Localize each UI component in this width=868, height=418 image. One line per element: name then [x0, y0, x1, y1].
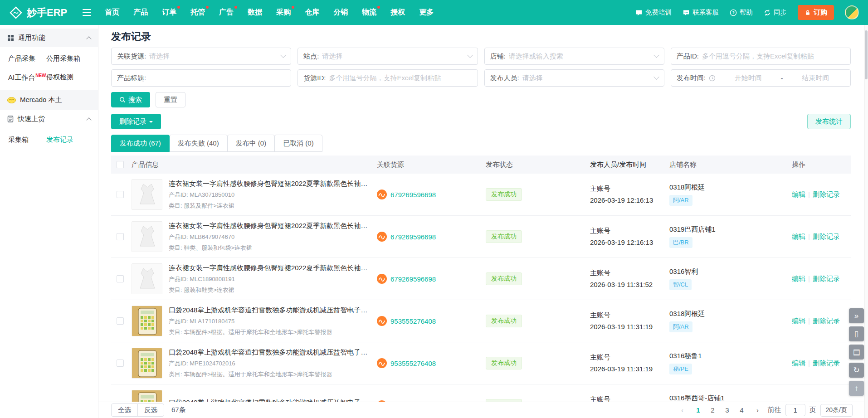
- page-scrollbar[interactable]: [864, 25, 868, 418]
- product-title[interactable]: 口袋2048掌上游戏机华容道扫雷数独多功能游戏机减压益智电子玩具: [169, 348, 372, 357]
- source-platform-icon: [377, 274, 387, 284]
- end-time-placeholder[interactable]: 结束时间: [786, 74, 845, 83]
- row-checkbox[interactable]: [117, 317, 124, 325]
- nav-item-data[interactable]: 数据: [248, 8, 262, 17]
- source-id-link[interactable]: 679269596698: [390, 275, 436, 283]
- filter-product-title-input[interactable]: 产品标题:: [111, 69, 291, 87]
- edit-link[interactable]: 编辑: [792, 190, 805, 198]
- nav-item-authorization[interactable]: 授权: [390, 8, 405, 17]
- select-all-button[interactable]: 全选: [111, 403, 138, 417]
- select-all-checkbox[interactable]: [117, 161, 124, 168]
- sidebar-group-quick-publish[interactable]: 快速上货: [0, 110, 98, 128]
- start-time-placeholder[interactable]: 开始时间: [719, 74, 778, 83]
- delete-record-link[interactable]: 删除记录: [813, 233, 840, 240]
- contact-support-button[interactable]: 联系客服: [683, 8, 719, 17]
- sidebar-item-product-collect[interactable]: 产品采集: [8, 54, 46, 63]
- filter-product-id-input[interactable]: 产品ID: 多个用逗号分隔，支持Excel复制粘贴: [671, 48, 851, 65]
- nav-item-logistics[interactable]: 物流: [362, 8, 376, 17]
- sidebar-item-mercado-local[interactable]: Mercado 本土: [0, 90, 98, 110]
- menu-toggle-icon[interactable]: [83, 9, 91, 16]
- sidebar-item-collect-box[interactable]: 采集箱: [8, 136, 46, 144]
- product-title[interactable]: 连衣裙女装一字肩性感收腰修身包臀短裙2022夏季新款黑色长袖裙子: [169, 180, 372, 188]
- free-training-button[interactable]: 免费培训: [635, 8, 672, 17]
- product-title[interactable]: 连衣裙女装一字肩性感收腰修身包臀短裙2022夏季新款黑色长袖裙子: [169, 222, 372, 230]
- next-page-button[interactable]: ›: [752, 404, 764, 416]
- data-panel-button[interactable]: ▤: [849, 345, 864, 360]
- help-button[interactable]: ? 帮助: [730, 8, 753, 17]
- sync-button[interactable]: 同步: [764, 8, 787, 17]
- page-button-2[interactable]: 2: [707, 404, 719, 416]
- product-thumbnail[interactable]: [132, 306, 162, 336]
- page-button-3[interactable]: 3: [722, 404, 733, 416]
- product-thumbnail[interactable]: [132, 348, 162, 379]
- nav-item-more[interactable]: 更多: [419, 8, 434, 17]
- goto-page-input[interactable]: [785, 404, 805, 416]
- table-row: 口袋2048掌上游戏机华容道扫雷数独多功能游戏机减压益智电子玩具 9535552…: [111, 384, 851, 402]
- source-id-link[interactable]: 679269596698: [390, 233, 436, 241]
- nav-item-hosting[interactable]: 托管: [190, 8, 205, 17]
- app-logo[interactable]: 妙手ERP: [9, 6, 67, 19]
- source-id-link[interactable]: 953555276408: [390, 317, 436, 325]
- nav-item-order[interactable]: 订单: [162, 8, 176, 17]
- product-thumbnail[interactable]: [132, 179, 162, 210]
- product-title[interactable]: 连衣裙女装一字肩性感收腰修身包臀短裙2022夏季新款黑色长袖裙子: [169, 264, 372, 272]
- delete-record-link[interactable]: 删除记录: [813, 359, 840, 367]
- edit-link[interactable]: 编辑: [792, 233, 805, 240]
- product-thumbnail[interactable]: [132, 390, 162, 402]
- mobile-view-button[interactable]: ▯: [849, 326, 864, 341]
- publish-stats-button[interactable]: 发布统计: [807, 114, 851, 129]
- sidebar-item-ai-workbench[interactable]: AI工作台NEW: [8, 73, 46, 82]
- refresh-button[interactable]: ↻: [849, 363, 864, 378]
- filter-shop-select[interactable]: 店铺: 请选择或输入搜索: [484, 48, 664, 65]
- product-title[interactable]: 口袋2048掌上游戏机华容道扫雷数独多功能游戏机减压益智电子玩具: [169, 306, 372, 315]
- sidebar-item-public-collect-box[interactable]: 公用采集箱: [46, 54, 93, 63]
- nav-item-distribution[interactable]: 分销: [333, 8, 348, 17]
- search-button[interactable]: 搜索: [111, 92, 150, 107]
- page-button-4[interactable]: 4: [736, 404, 748, 416]
- page-size-select[interactable]: 20条/页: [820, 404, 853, 417]
- source-id-link[interactable]: 953555276408: [390, 360, 436, 367]
- nav-item-warehouse[interactable]: 仓库: [305, 8, 319, 17]
- product-title[interactable]: 口袋2048掌上游戏机华容道扫雷数独多功能游戏机减压益智电子玩具: [169, 399, 372, 402]
- prev-page-button[interactable]: ‹: [677, 404, 688, 416]
- collapse-panel-button[interactable]: »: [849, 308, 864, 323]
- row-checkbox[interactable]: [117, 191, 124, 198]
- source-id-link[interactable]: 679269596698: [390, 191, 436, 199]
- row-checkbox[interactable]: [117, 360, 124, 367]
- row-checkbox[interactable]: [117, 233, 124, 240]
- delete-record-link[interactable]: 删除记录: [813, 317, 840, 325]
- filter-publish-time-range[interactable]: 发布时间: 开始时间 - 结束时间: [671, 69, 851, 87]
- tab-failed[interactable]: 发布失败 (40): [169, 135, 228, 152]
- filter-site-select[interactable]: 站点: 请选择: [297, 48, 478, 65]
- subscribe-button[interactable]: 订购: [798, 5, 834, 20]
- nav-item-home[interactable]: 首页: [105, 8, 119, 17]
- tab-publishing[interactable]: 发布中 (0): [227, 135, 275, 152]
- sidebar-group-general[interactable]: 通用功能: [0, 29, 98, 47]
- filter-source-select[interactable]: 关联货源: 请选择: [111, 48, 291, 65]
- top-navbar: 妙手ERP 首页产品订单托管广告数据采购仓库分销物流授权更多 免费培训 联系客服…: [0, 0, 868, 25]
- scrollbar-thumb[interactable]: [865, 30, 868, 79]
- sidebar-item-infringement-check[interactable]: 侵权检测: [46, 73, 93, 82]
- tab-cancelled[interactable]: 已取消 (0): [274, 135, 322, 152]
- edit-link[interactable]: 编辑: [792, 317, 805, 325]
- page-button-1[interactable]: 1: [692, 404, 704, 416]
- nav-item-ads[interactable]: 广告: [219, 8, 234, 17]
- delete-records-dropdown-button[interactable]: 删除记录: [111, 114, 161, 129]
- delete-record-link[interactable]: 删除记录: [813, 275, 840, 282]
- filter-source-id-input[interactable]: 货源ID: 多个用逗号分隔，支持Excel复制粘贴: [297, 69, 478, 87]
- edit-link[interactable]: 编辑: [792, 359, 805, 367]
- product-thumbnail[interactable]: [132, 221, 162, 252]
- tab-success[interactable]: 发布成功 (67): [111, 135, 170, 152]
- nav-item-purchase[interactable]: 采购: [276, 8, 291, 17]
- edit-link[interactable]: 编辑: [792, 275, 805, 282]
- back-to-top-button[interactable]: ↑: [849, 381, 864, 396]
- delete-record-link[interactable]: 删除记录: [813, 190, 840, 198]
- nav-item-product[interactable]: 产品: [133, 8, 148, 17]
- sidebar-item-publish-records[interactable]: 发布记录: [46, 136, 93, 144]
- filter-publisher-select[interactable]: 发布人员: 请选择: [484, 69, 664, 87]
- invert-selection-button[interactable]: 反选: [137, 403, 164, 417]
- reset-button[interactable]: 重置: [156, 92, 185, 107]
- row-checkbox[interactable]: [117, 275, 124, 282]
- product-thumbnail[interactable]: [132, 263, 162, 294]
- user-avatar[interactable]: [845, 5, 859, 19]
